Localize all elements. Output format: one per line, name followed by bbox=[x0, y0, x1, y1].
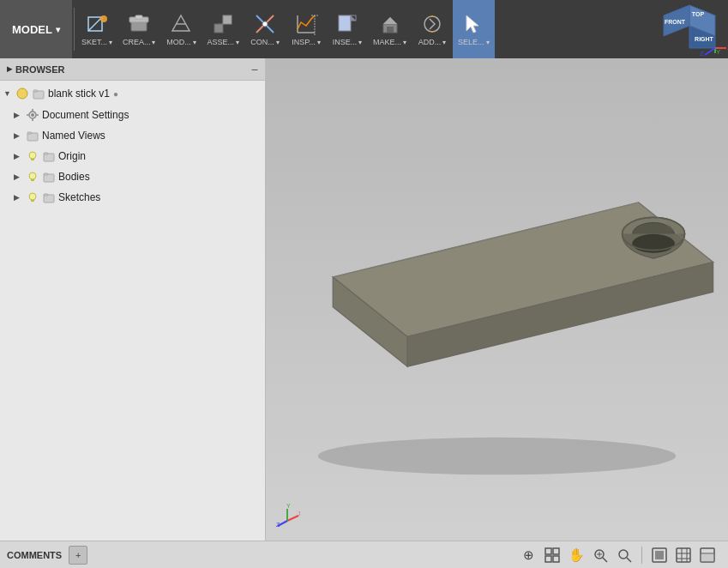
addins-icon bbox=[420, 12, 444, 36]
tree-item-doc-settings[interactable]: ▶ Document Settings bbox=[0, 105, 265, 125]
svg-rect-9 bbox=[223, 15, 232, 24]
model-container bbox=[266, 58, 728, 541]
browser-collapse-btn[interactable]: − bbox=[251, 63, 258, 76]
comments-label: COMMENTS bbox=[7, 550, 62, 560]
named-views-label: Named Views bbox=[42, 130, 105, 142]
toolbar-construct[interactable]: CON... bbox=[244, 0, 286, 58]
svg-rect-5 bbox=[135, 15, 142, 19]
toolbar-inspect[interactable]: INSP... bbox=[286, 0, 327, 58]
svg-line-86 bbox=[603, 558, 607, 562]
svg-rect-44 bbox=[33, 90, 38, 92]
toolbar-modify[interactable]: MOD... bbox=[160, 0, 202, 58]
bottom-bar: COMMENTS + ⊕ ✋ bbox=[0, 541, 728, 568]
browser-label: BROWSER bbox=[15, 64, 64, 75]
document-icon bbox=[15, 87, 29, 100]
svg-point-2 bbox=[100, 15, 107, 22]
make-icon bbox=[378, 12, 402, 36]
svg-rect-58 bbox=[31, 179, 34, 181]
svg-rect-81 bbox=[545, 548, 551, 554]
toolbar-sketch-label: SKET... bbox=[81, 38, 112, 46]
sketches-arrow: ▶ bbox=[14, 193, 26, 202]
assemble-icon bbox=[211, 12, 235, 36]
tree-item-bodies[interactable]: ▶ Bodies bbox=[0, 166, 265, 187]
tree-item-origin[interactable]: ▶ Origin bbox=[0, 146, 265, 166]
named-views-folder-icon bbox=[26, 129, 39, 142]
svg-rect-18 bbox=[339, 15, 351, 31]
doc-settings-label: Document Settings bbox=[42, 109, 129, 121]
toolbar-create[interactable]: CREA... bbox=[117, 0, 161, 58]
svg-rect-49 bbox=[27, 114, 29, 116]
toolbar-create-label: CREA... bbox=[123, 38, 156, 46]
viewcube[interactable]: TOP FRONT RIGHT X Y Z bbox=[651, 0, 728, 57]
toolbar-inspect-label: INSP... bbox=[292, 38, 320, 46]
tree-item-named-views[interactable]: ▶ Named Views bbox=[0, 125, 265, 146]
svg-rect-82 bbox=[553, 548, 559, 554]
toolbar-select-label: SELE... bbox=[458, 38, 490, 46]
svg-rect-92 bbox=[655, 551, 664, 559]
svg-rect-64 bbox=[44, 194, 48, 196]
svg-text:TOP: TOP bbox=[692, 11, 705, 17]
sketches-label: Sketches bbox=[58, 191, 100, 203]
toolbar-select[interactable]: SELE... bbox=[453, 0, 495, 58]
svg-point-13 bbox=[262, 21, 268, 27]
origin-bulb-icon bbox=[26, 149, 39, 163]
bottom-icon-zoom-select[interactable] bbox=[614, 545, 635, 565]
svg-rect-83 bbox=[545, 556, 551, 562]
bottom-icon-hand[interactable]: ⊕ bbox=[518, 545, 538, 565]
bottom-icon-zoom-fit[interactable] bbox=[590, 545, 611, 565]
3d-model-svg bbox=[266, 85, 728, 514]
svg-line-75 bbox=[287, 516, 298, 521]
tree-item-sketches[interactable]: ▶ Sketches bbox=[0, 187, 265, 208]
svg-point-53 bbox=[29, 152, 36, 159]
model-button[interactable]: MODEL bbox=[0, 0, 72, 58]
main-area: ▶ BROWSER − ▼ bbox=[0, 58, 728, 541]
toolbar-make[interactable]: MAKE... bbox=[368, 0, 412, 58]
bottom-icon-display-mode[interactable] bbox=[649, 545, 670, 565]
svg-rect-48 bbox=[32, 119, 33, 122]
svg-point-46 bbox=[31, 113, 34, 117]
bottom-icon-grid[interactable] bbox=[542, 545, 563, 565]
browser-header: ▶ BROWSER − bbox=[0, 58, 265, 81]
bottom-icon-grid-toggle[interactable] bbox=[673, 545, 694, 565]
svg-marker-6 bbox=[172, 15, 190, 31]
svg-rect-56 bbox=[44, 153, 48, 154]
svg-point-42 bbox=[17, 88, 27, 99]
svg-rect-84 bbox=[553, 556, 559, 562]
toolbar-assemble-label: ASSE... bbox=[207, 38, 239, 46]
toolbar-make-label: MAKE... bbox=[373, 38, 406, 46]
svg-rect-54 bbox=[31, 159, 34, 160]
sketches-folder-icon bbox=[42, 190, 56, 204]
bottom-icons: ⊕ ✋ bbox=[518, 545, 718, 565]
insert-icon bbox=[335, 12, 359, 36]
document-row[interactable]: ▼ blank stick v1 ● bbox=[0, 82, 265, 105]
document-name: blank stick v1 bbox=[48, 88, 110, 100]
origin-folder-icon bbox=[42, 149, 56, 163]
add-comment-btn[interactable]: + bbox=[69, 546, 87, 565]
select-icon bbox=[461, 12, 485, 36]
svg-point-26 bbox=[424, 16, 440, 32]
sketch-icon bbox=[85, 12, 109, 36]
toolbar-insert[interactable]: INSE... bbox=[327, 0, 368, 58]
origin-label: Origin bbox=[58, 150, 86, 162]
svg-rect-50 bbox=[37, 114, 39, 116]
sidebar: ▶ BROWSER − ▼ bbox=[0, 58, 266, 541]
doc-settings-arrow: ▶ bbox=[14, 111, 26, 119]
bottom-icon-pan[interactable]: ✋ bbox=[566, 545, 587, 565]
inspect-icon bbox=[294, 12, 318, 36]
svg-marker-19 bbox=[351, 15, 356, 21]
viewport[interactable]: X Y Z bbox=[266, 58, 728, 541]
svg-rect-8 bbox=[214, 24, 223, 33]
folder-icon-doc bbox=[32, 87, 45, 100]
bodies-folder-icon bbox=[42, 170, 56, 184]
named-views-arrow: ▶ bbox=[14, 131, 26, 140]
browser-triangle: ▶ bbox=[7, 65, 12, 73]
bodies-bulb-icon bbox=[26, 170, 39, 184]
bottom-icon-environment[interactable] bbox=[697, 545, 718, 565]
origin-arrow: ▶ bbox=[14, 152, 26, 160]
svg-rect-100 bbox=[701, 553, 714, 562]
toolbar-assemble[interactable]: ASSE... bbox=[202, 0, 244, 58]
toolbar-sketch[interactable]: SKET... bbox=[76, 0, 117, 58]
svg-text:Z: Z bbox=[700, 50, 704, 57]
svg-text:RIGHT: RIGHT bbox=[695, 36, 714, 42]
toolbar-addins[interactable]: ADD... bbox=[412, 0, 453, 58]
